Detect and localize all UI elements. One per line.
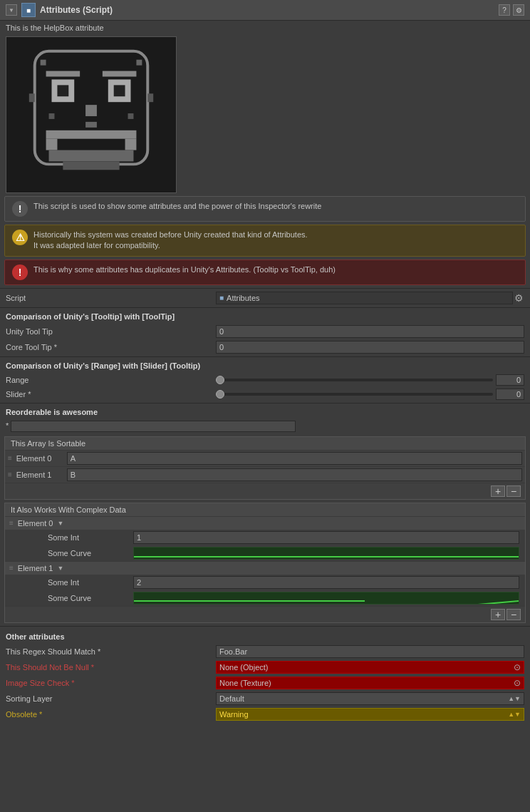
expand-arrow-0[interactable]: ▼ [57, 520, 63, 527]
svg-rect-14 [136, 60, 142, 66]
range-row: Range 0 [0, 373, 530, 387]
svg-rect-16 [147, 93, 153, 102]
range-slider-thumb[interactable] [216, 376, 224, 384]
element-0-input[interactable] [67, 452, 522, 465]
regex-input[interactable] [216, 645, 524, 658]
element-1-label: Element 1 [16, 471, 63, 479]
svg-rect-9 [46, 130, 137, 139]
complex-1-curve-field[interactable] [133, 592, 519, 605]
complex-0-int-row: Some Int [5, 530, 525, 545]
curve-1-line [365, 600, 519, 605]
svg-rect-5 [114, 85, 125, 96]
array-header: This Array Is Sortable [5, 437, 525, 450]
script-gear-icon[interactable]: ⚙ [513, 292, 524, 304]
complex-drag-0[interactable]: ≡ [9, 519, 14, 527]
complex-add-button[interactable]: + [491, 609, 505, 620]
complex-0-curve-row: Some Curve [5, 545, 525, 561]
script-name: Attributes [227, 294, 259, 302]
obsolete-arrow: ▲▼ [508, 711, 521, 718]
info-icon: ! [12, 201, 28, 217]
array-add-remove: + − [5, 483, 525, 499]
complex-drag-1[interactable]: ≡ [9, 564, 14, 572]
obsolete-row: Obsolete * Warning ▲▼ [0, 706, 530, 722]
drag-handle-0[interactable]: ≡ [8, 454, 12, 462]
complex-0-curve-label: Some Curve [48, 549, 133, 557]
sorting-layer-row: Sorting Layer Default ▲▼ [0, 691, 530, 706]
complex-1-curve-label: Some Curve [48, 594, 133, 602]
settings-icon[interactable]: ⚙ [513, 4, 524, 16]
core-tooltip-label: Core Tool Tip * [6, 343, 216, 351]
sorting-layer-value: Default [219, 694, 244, 703]
section2-header: Comparison of Unity's [Range] with [Slid… [0, 359, 530, 373]
array-element-0: ≡ Element 0 [5, 450, 525, 466]
slider-track[interactable] [216, 393, 493, 396]
title-bar: ▼ ■ Attributes (Script) ? ⚙ [0, 0, 530, 21]
script-value: ■ Attributes [216, 292, 513, 304]
unity-tooltip-label: Unity Tool Tip [6, 327, 216, 336]
star-label: * [6, 421, 9, 430]
regex-label: This Regex Should Match * [6, 647, 216, 656]
other-attrs-section: Other attributes [0, 628, 530, 644]
complex-remove-button[interactable]: − [506, 609, 521, 620]
svg-rect-15 [29, 93, 35, 102]
obsolete-label: Obsolete * [6, 710, 216, 719]
star-input [11, 421, 296, 432]
complex-element-1-label: Element 1 [18, 564, 53, 572]
error-text: This is why some attributes has duplicat… [33, 264, 336, 275]
not-null-value[interactable]: None (Object) ⊙ [216, 661, 524, 674]
sortable-array: This Array Is Sortable ≡ Element 0 ≡ Ele… [4, 436, 526, 500]
svg-rect-11 [125, 139, 137, 150]
array-remove-button[interactable]: − [506, 485, 521, 497]
image-size-icon: ⊙ [514, 678, 521, 688]
complex-element-0-header: ≡ Element 0 ▼ [5, 517, 525, 530]
svg-rect-12 [49, 150, 134, 162]
collapse-icon[interactable]: ▼ [6, 4, 17, 16]
slider-container: 0 [216, 389, 524, 400]
complex-0-curve-field[interactable] [133, 547, 519, 560]
array-element-1: ≡ Element 1 [5, 466, 525, 483]
complex-1-int-input[interactable] [133, 576, 519, 589]
regex-row: This Regex Should Match * [0, 644, 530, 659]
slider-value[interactable]: 0 [496, 389, 524, 400]
title-bar-left: ▼ ■ Attributes (Script) [6, 3, 113, 17]
info-box-error: ! This is why some attributes has duplic… [4, 259, 526, 285]
complex-0-int-input[interactable] [133, 531, 519, 544]
svg-rect-19 [128, 113, 134, 119]
complex-element-0: ≡ Element 0 ▼ Some Int Some Curve [5, 516, 525, 561]
help-icon[interactable]: ? [499, 4, 510, 16]
range-value[interactable]: 0 [496, 374, 524, 386]
not-null-text: None (Object) [219, 663, 268, 672]
not-null-icon: ⊙ [514, 662, 521, 672]
image-size-value[interactable]: None (Texture) ⊙ [216, 677, 524, 689]
svg-rect-18 [49, 113, 55, 119]
array-add-button[interactable]: + [491, 485, 505, 497]
svg-rect-7 [103, 71, 137, 77]
reorderable-header: Reorderable is awesome [0, 405, 530, 419]
slider-thumb[interactable] [216, 390, 224, 399]
complex-element-0-label: Element 0 [18, 519, 53, 528]
complex-0-int-label: Some Int [48, 533, 133, 542]
info-text: This script is used to show some attribu… [33, 201, 321, 212]
expand-arrow-1[interactable]: ▼ [57, 565, 63, 572]
complex-1-curve-row: Some Curve [5, 590, 525, 606]
slider-label: Slider * [6, 390, 216, 399]
unity-tooltip-input[interactable] [216, 325, 524, 338]
obsolete-value: Warning [219, 710, 249, 719]
obsolete-select[interactable]: Warning ▲▼ [216, 708, 524, 721]
element-1-input[interactable] [67, 468, 522, 481]
complex-element-1-header: ≡ Element 1 ▼ [5, 562, 525, 575]
complex-add-remove: + − [5, 606, 525, 622]
drag-handle-1[interactable]: ≡ [8, 471, 12, 478]
slider-row: Slider * 0 [0, 387, 530, 401]
image-size-row: Image Size Check * None (Texture) ⊙ [0, 675, 530, 691]
range-slider-track[interactable] [216, 379, 493, 381]
svg-rect-8 [85, 105, 97, 116]
helpbox-text: This is the HelpBox attribute [0, 21, 530, 34]
warning-icon: ⚠ [12, 230, 28, 245]
not-null-row: This Should Not Be Null * None (Object) … [0, 659, 530, 675]
script-field-row: Script ■ Attributes ⚙ [0, 290, 530, 306]
sorting-layer-select[interactable]: Default ▲▼ [216, 692, 524, 705]
core-tooltip-input[interactable] [216, 341, 524, 354]
image-size-text: None (Texture) [219, 679, 271, 687]
info-box-info: ! This script is used to show some attri… [4, 196, 526, 222]
